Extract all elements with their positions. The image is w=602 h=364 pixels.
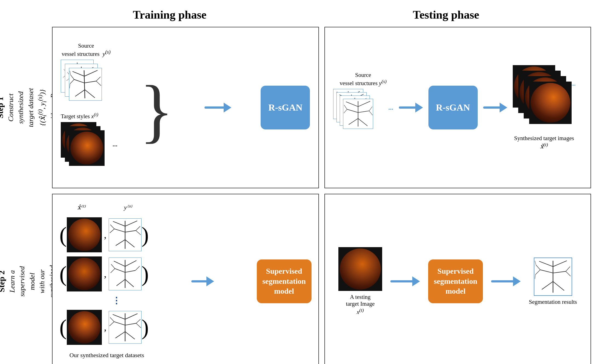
step2-num: Step 2: [0, 270, 6, 292]
br-test-image-section: A testingtarget Imagex(t): [338, 247, 382, 316]
svg-line-77: [125, 239, 134, 247]
tl-arrow-shaft: [204, 106, 224, 109]
bl-vessel2: [109, 258, 142, 290]
bl-retinal1: [67, 217, 102, 252]
bl-open-paren2: (: [59, 264, 67, 284]
tr-rsgan-box: R-sGAN: [428, 86, 478, 129]
svg-line-76: [116, 239, 125, 245]
bl-pair1: ( ,: [59, 217, 149, 252]
svg-line-82: [125, 270, 135, 272]
svg-line-22: [84, 70, 85, 98]
svg-line-70: [114, 229, 125, 232]
bl-comma2: ,: [104, 268, 106, 280]
svg-line-96: [136, 323, 141, 328]
svg-line-25: [74, 80, 84, 83]
svg-line-34: [70, 84, 70, 88]
tl-target-section: Target styles x(t): [61, 112, 111, 173]
panels-grid: Sourcevessel structures y(s): [52, 27, 591, 364]
svg-line-92: [125, 323, 136, 325]
tl-vessel-stack: [61, 60, 109, 108]
svg-line-108: [542, 281, 553, 289]
svg-line-91: [114, 322, 125, 325]
training-phase-title: Training phase: [11, 8, 301, 21]
bl-vessel-svg1: [109, 219, 141, 251]
svg-line-95: [136, 319, 140, 323]
svg-line-68: [113, 221, 125, 226]
tl-arrow1: [204, 103, 231, 112]
svg-line-86: [116, 279, 125, 286]
tl-target-label: Target styles x(t): [61, 112, 111, 120]
svg-line-58: [358, 101, 370, 106]
svg-line-31: [75, 90, 85, 97]
svg-line-110: [535, 261, 536, 265]
bl-pair2: ( ,: [59, 256, 149, 291]
tl-source-label: Sourcevessel structures y(s): [61, 42, 111, 57]
bl-dataset-label: Our synthesized target datasets: [59, 352, 149, 359]
br-arrow1-head: [412, 276, 420, 286]
svg-line-29: [96, 77, 100, 81]
svg-line-72: [110, 224, 114, 229]
tr-vessel-dots: ...: [388, 104, 393, 111]
svg-line-93: [110, 317, 114, 322]
svg-line-75: [136, 230, 141, 235]
tr-vessel-stack: ...: [333, 89, 393, 144]
tr-source-label: Sourcevessel structures y(s): [340, 72, 387, 87]
svg-line-33: [70, 71, 71, 75]
bl-comma1: ,: [104, 229, 106, 241]
svg-line-109: [553, 281, 564, 290]
svg-line-28: [70, 80, 74, 84]
br-arrow2: [491, 276, 521, 286]
bl-retinal2: [67, 256, 102, 291]
svg-line-59: [347, 109, 358, 112]
title-row: Training phase Testing phase: [11, 8, 591, 21]
tl-bracket: }: [140, 84, 174, 137]
bl-open-paren3: (: [59, 317, 67, 337]
bl-vessel3: [109, 311, 142, 344]
bl-hat-x-label: x̂⁽ᵗ⁾: [64, 204, 99, 211]
retinal-card-3: [69, 130, 105, 166]
br-supervised-box: Supervised segmentation model: [428, 259, 483, 303]
svg-line-66: [358, 118, 367, 126]
svg-line-32: [85, 90, 95, 98]
synth-r4: [529, 82, 572, 124]
tr-synth-stack: ...: [513, 65, 576, 134]
svg-line-65: [348, 118, 358, 125]
svg-line-107: [566, 271, 570, 276]
svg-line-83: [111, 264, 115, 268]
bl-close-paren3: ): [142, 317, 149, 337]
br-result-svg: [534, 258, 572, 295]
top-panels-row: Sourcevessel structures y(s): [52, 27, 591, 188]
svg-line-106: [566, 267, 570, 271]
svg-line-94: [110, 322, 114, 326]
tr-synth-dots: ...: [571, 80, 576, 87]
svg-line-102: [540, 270, 553, 273]
bottom-panels-row: x̂⁽ᵗ⁾ y⁽ˢ⁾ ( ,: [52, 194, 591, 364]
bl-supervised-box: Supervised segmentation model: [257, 259, 312, 303]
bl-comma3: ,: [104, 322, 106, 333]
tl-rsgan-box: R-sGAN: [261, 86, 310, 129]
bl-close-paren2: ): [142, 264, 149, 284]
bl-vessel-svg3: [109, 311, 141, 343]
svg-line-74: [136, 226, 140, 230]
br-result-image: [534, 258, 572, 296]
svg-line-104: [536, 265, 540, 270]
svg-line-79: [114, 261, 125, 266]
svg-line-111: [535, 275, 535, 279]
bl-vessel-svg2: [109, 258, 141, 290]
bl-arrow: [191, 276, 214, 286]
tr-arrow-head2: [500, 103, 507, 112]
bl-open-paren1: (: [59, 225, 67, 245]
bl-retinal3: [67, 310, 102, 345]
bl-panel: x̂⁽ᵗ⁾ y⁽ˢ⁾ ( ,: [52, 194, 319, 364]
tl-panel: Sourcevessel structures y(s): [52, 27, 319, 188]
svg-line-101: [553, 261, 567, 266]
bl-vertical-dots: ⋮: [59, 295, 149, 306]
main-content: Step 1 Construct synthesizedtarget datas…: [11, 27, 591, 364]
br-result-section: Segmentation results: [529, 258, 577, 305]
tr-vessel-c4: [343, 99, 373, 129]
vessel-card-3: [69, 68, 102, 101]
svg-line-57: [346, 102, 358, 106]
step1-num: Step 1: [0, 97, 5, 118]
tl-retinal-stack: ...: [61, 122, 111, 173]
svg-line-63: [369, 106, 372, 111]
